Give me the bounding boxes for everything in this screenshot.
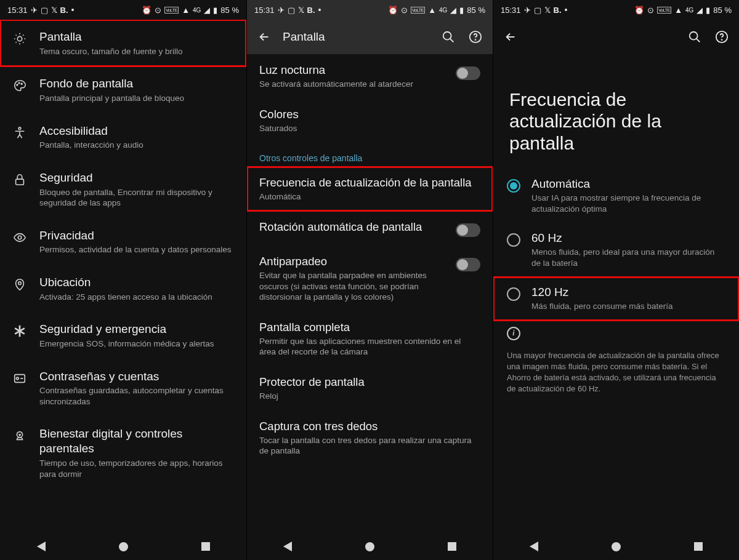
brightness-icon bbox=[11, 30, 28, 46]
item-title: Fondo de pantalla bbox=[39, 76, 235, 91]
info-icon: i bbox=[507, 327, 520, 340]
search-button[interactable] bbox=[686, 28, 703, 46]
signal-icon: ◢ bbox=[450, 6, 456, 14]
nav-home-icon[interactable] bbox=[365, 542, 374, 551]
nav-recent-icon[interactable] bbox=[201, 542, 210, 551]
svg-point-7 bbox=[18, 282, 22, 285]
nav-recent-icon[interactable] bbox=[694, 542, 703, 551]
display-item[interactable]: Colores Saturados bbox=[247, 98, 493, 143]
settings-item-pin[interactable]: Ubicación Activada: 25 apps tienen acces… bbox=[0, 265, 246, 312]
display-item[interactable]: Captura con tres dedos Tocar la pantalla… bbox=[247, 410, 493, 465]
section-header: Otros controles de pantalla bbox=[247, 142, 493, 167]
svg-point-16 bbox=[722, 39, 722, 40]
item-title: Protector de pantalla bbox=[259, 375, 475, 389]
item-title: Privacidad bbox=[39, 228, 235, 243]
nav-home-icon[interactable] bbox=[612, 542, 621, 551]
lte-icon: VoLTE bbox=[411, 7, 425, 14]
refresh-option[interactable]: 120 Hz Más fluida, pero consume más bate… bbox=[493, 277, 739, 321]
option-subtitle: Más fluida, pero consume más batería bbox=[531, 301, 725, 312]
radio-button[interactable] bbox=[507, 179, 520, 193]
twitter-icon: 𝕏 bbox=[298, 6, 304, 14]
nav-recent-icon[interactable] bbox=[448, 542, 456, 551]
item-subtitle: Tiempo de uso, temporizadores de apps, h… bbox=[39, 458, 235, 479]
toggle-switch[interactable] bbox=[456, 66, 480, 80]
option-subtitle: Menos fluida, pero ideal para una mayor … bbox=[531, 247, 725, 268]
settings-item-star-life[interactable]: Seguridad y emergencia Emergencia SOS, i… bbox=[0, 312, 246, 359]
app-b-icon: B. bbox=[60, 6, 68, 14]
telegram-icon: ✈ bbox=[524, 6, 531, 14]
item-subtitle: Permitir que las aplicaciones muestren c… bbox=[259, 336, 475, 358]
nav-back-icon[interactable] bbox=[283, 542, 292, 551]
help-button[interactable] bbox=[713, 28, 730, 46]
item-title: Contraseñas y cuentas bbox=[39, 369, 235, 384]
app-bar-title: Pantalla bbox=[283, 30, 430, 44]
item-subtitle: Permisos, actividad de la cuenta y datos… bbox=[39, 244, 235, 255]
settings-item-wellbeing[interactable]: Bienestar digital y controles parentales… bbox=[0, 417, 246, 489]
app-b-icon: B. bbox=[307, 6, 315, 14]
settings-item-brightness[interactable]: Pantalla Tema oscuro, tamaño de fuente y… bbox=[0, 20, 246, 66]
svg-point-3 bbox=[21, 84, 22, 85]
item-title: Antiparpadeo bbox=[259, 254, 443, 268]
alarm-icon: ⏰ bbox=[634, 6, 644, 14]
option-title: 120 Hz bbox=[531, 286, 725, 299]
back-button[interactable] bbox=[502, 28, 519, 46]
radio-button[interactable] bbox=[507, 287, 520, 301]
status-bar-3: 15:31 ✈ ▢ 𝕏 B. ⏰ ⊙ VoLTE ▲ 4G ◢ ▮ 85 % bbox=[493, 0, 739, 20]
settings-panel: 15:31 ✈ ▢ 𝕏 B. ⏰ ⊙ VoLTE ▲ 4G ◢ ▮ 85 % P… bbox=[0, 0, 246, 560]
toggle-switch[interactable] bbox=[456, 223, 480, 237]
item-title: Frecuencia de actualización de la pantal… bbox=[259, 175, 475, 190]
display-item[interactable]: Antiparpadeo Evitar que la pantalla parp… bbox=[247, 246, 493, 311]
calendar-icon: ▢ bbox=[41, 6, 48, 14]
settings-item-eye[interactable]: Privacidad Permisos, actividad de la cue… bbox=[0, 218, 246, 265]
status-time: 15:31 bbox=[7, 6, 28, 15]
display-item[interactable]: Frecuencia de actualización de la pantal… bbox=[247, 167, 493, 211]
nav-back-icon[interactable] bbox=[530, 542, 538, 551]
eye-icon bbox=[11, 228, 28, 244]
more-notifications-icon bbox=[318, 9, 321, 11]
refresh-option[interactable]: Automática Usar IA para mostrar siempre … bbox=[493, 169, 739, 223]
refresh-option[interactable]: 60 Hz Menos fluida, pero ideal para una … bbox=[493, 223, 739, 277]
display-settings-list[interactable]: Luz nocturna Se activará automáticamente… bbox=[247, 54, 493, 560]
settings-item-key[interactable]: Contraseñas y cuentas Contraseñas guarda… bbox=[0, 359, 246, 417]
nav-home-icon[interactable] bbox=[119, 542, 128, 551]
option-title: Automática bbox=[531, 177, 725, 191]
display-item[interactable]: Protector de pantalla Reloj bbox=[247, 366, 493, 410]
radio-button[interactable] bbox=[507, 233, 520, 247]
item-title: Pantalla completa bbox=[259, 320, 475, 334]
footnote: Una mayor frecuencia de actualización de… bbox=[493, 346, 739, 395]
item-subtitle: Activada: 25 apps tienen acceso a la ubi… bbox=[39, 292, 235, 303]
display-item[interactable]: Rotación automática de pantalla bbox=[247, 211, 493, 246]
wellbeing-icon bbox=[11, 426, 28, 442]
nav-back-icon[interactable] bbox=[37, 542, 46, 551]
location-status-icon: ⊙ bbox=[401, 6, 408, 14]
svg-point-1 bbox=[17, 84, 18, 86]
settings-item-palette[interactable]: Fondo de pantalla Pantalla principal y p… bbox=[0, 66, 246, 113]
item-subtitle: Pantalla principal y pantalla de bloqueo bbox=[39, 93, 235, 104]
signal-icon: ◢ bbox=[697, 6, 703, 14]
display-item[interactable]: Pantalla completa Permitir que las aplic… bbox=[247, 311, 493, 366]
item-title: Accesibilidad bbox=[39, 124, 235, 138]
settings-item-lock[interactable]: Seguridad Bloqueo de pantalla, Encontrar… bbox=[0, 161, 246, 218]
display-item[interactable]: Luz nocturna Se activará automáticamente… bbox=[247, 54, 493, 98]
toggle-switch[interactable] bbox=[456, 258, 480, 271]
pin-icon bbox=[11, 275, 28, 291]
alarm-icon: ⏰ bbox=[142, 6, 151, 14]
status-bar: 15:31 ✈ ▢ 𝕏 B. ⏰ ⊙ VoLTE ▲ 4G ◢ ▮ 85 % bbox=[0, 0, 246, 20]
nav-bar-3 bbox=[493, 533, 739, 560]
back-button[interactable] bbox=[256, 28, 273, 46]
item-subtitle: Saturados bbox=[259, 123, 475, 134]
settings-list[interactable]: Pantalla Tema oscuro, tamaño de fuente y… bbox=[0, 20, 246, 560]
app-b-icon: B. bbox=[554, 6, 562, 14]
settings-item-accessibility[interactable]: Accesibilidad Pantalla, interacción y au… bbox=[0, 114, 246, 161]
search-button[interactable] bbox=[440, 28, 457, 46]
svg-point-6 bbox=[18, 236, 22, 239]
option-title: 60 Hz bbox=[531, 231, 725, 245]
accessibility-icon bbox=[11, 124, 28, 140]
network-label: 4G bbox=[193, 7, 201, 14]
help-button[interactable] bbox=[467, 28, 484, 46]
item-title: Pantalla bbox=[39, 30, 235, 44]
item-title: Rotación automática de pantalla bbox=[259, 220, 443, 234]
item-subtitle: Contraseñas guardadas, autocompletar y c… bbox=[39, 385, 235, 407]
svg-point-4 bbox=[18, 127, 21, 129]
wifi-icon: ▲ bbox=[428, 6, 436, 14]
